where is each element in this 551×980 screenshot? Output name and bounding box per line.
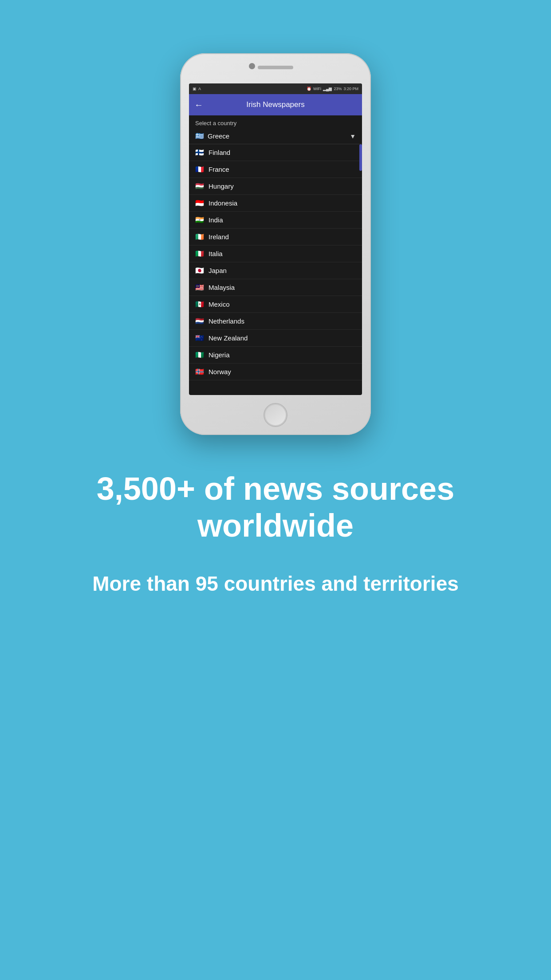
country-name: Japan	[209, 267, 227, 274]
list-item[interactable]: 🇮🇩Indonesia	[189, 195, 362, 212]
list-item[interactable]: 🇳🇴Norway	[189, 364, 362, 380]
country-flag: 🇳🇿	[195, 334, 204, 342]
country-name: India	[209, 216, 223, 224]
bottom-section: 3,500+ of news sources worldwide More th…	[0, 470, 551, 597]
list-item[interactable]: 🇮🇹Italia	[189, 245, 362, 262]
status-icon-1: ▣	[193, 87, 197, 91]
country-flag: 🇳🇱	[195, 317, 204, 325]
status-left-icons: ▣ A	[193, 87, 201, 91]
status-bar: ▣ A ⏰ WiFi ▂▄▆ 23% 3:20 PM	[189, 83, 362, 94]
country-flag: 🇯🇵	[195, 266, 204, 275]
country-flag: 🇮🇪	[195, 233, 204, 241]
country-flag: 🇳🇬	[195, 351, 204, 359]
country-name: Indonesia	[209, 199, 237, 207]
list-item[interactable]: 🇫🇷France	[189, 161, 362, 178]
country-list-area: 🇫🇮Finland🇫🇷France🇭🇺Hungary🇮🇩Indonesia🇮🇳I…	[189, 144, 362, 395]
list-item[interactable]: 🇯🇵Japan	[189, 262, 362, 279]
home-button[interactable]	[264, 403, 287, 427]
country-flag: 🇲🇾	[195, 283, 204, 292]
country-name: Hungary	[209, 182, 234, 190]
phone-shell: ▣ A ⏰ WiFi ▂▄▆ 23% 3:20 PM ← Irish Newsp…	[180, 53, 371, 435]
list-item[interactable]: 🇫🇮Finland	[189, 144, 362, 161]
country-list: 🇫🇮Finland🇫🇷France🇭🇺Hungary🇮🇩Indonesia🇮🇳I…	[189, 144, 362, 380]
country-flag: 🇮🇩	[195, 199, 204, 207]
country-flag: 🇮🇳	[195, 216, 204, 224]
list-item[interactable]: 🇲🇾Malaysia	[189, 279, 362, 296]
country-flag: 🇫🇷	[195, 165, 204, 174]
country-flag: 🇳🇴	[195, 368, 204, 376]
alarm-icon: ⏰	[307, 87, 311, 91]
country-name: Mexico	[209, 300, 230, 308]
country-flag: 🇲🇽	[195, 300, 204, 308]
dropdown-flag: 🇬🇷	[195, 132, 204, 140]
country-name: Malaysia	[209, 284, 235, 291]
main-headline: 3,500+ of news sources worldwide	[27, 470, 524, 544]
content-area: Select a country 🇬🇷 Greece ▼ 🇫🇮Finland🇫🇷…	[189, 115, 362, 395]
battery-percentage: 23%	[334, 87, 342, 91]
phone-screen: ▣ A ⏰ WiFi ▂▄▆ 23% 3:20 PM ← Irish Newsp…	[189, 83, 362, 395]
select-label: Select a country	[189, 115, 362, 128]
list-item[interactable]: 🇮🇳India	[189, 212, 362, 229]
country-flag: 🇫🇮	[195, 148, 204, 157]
list-item[interactable]: 🇳🇿New Zealand	[189, 330, 362, 347]
list-item[interactable]: 🇳🇱Netherlands	[189, 313, 362, 330]
phone-camera	[249, 63, 255, 69]
country-name: France	[209, 166, 229, 173]
phone-mockup: ▣ A ⏰ WiFi ▂▄▆ 23% 3:20 PM ← Irish Newsp…	[180, 53, 371, 435]
country-dropdown[interactable]: 🇬🇷 Greece ▼	[189, 128, 362, 144]
list-item[interactable]: 🇭🇺Hungary	[189, 178, 362, 195]
wifi-icon: WiFi	[313, 87, 321, 91]
list-item[interactable]: 🇳🇬Nigeria	[189, 347, 362, 364]
country-name: Ireland	[209, 233, 229, 241]
country-name: Finland	[209, 149, 230, 156]
status-right: ⏰ WiFi ▂▄▆ 23% 3:20 PM	[307, 87, 358, 91]
signal-bars: ▂▄▆	[323, 87, 332, 91]
list-item[interactable]: 🇲🇽Mexico	[189, 296, 362, 313]
country-name: Norway	[209, 368, 231, 375]
phone-speaker	[258, 66, 293, 69]
country-flag: 🇭🇺	[195, 182, 204, 190]
dropdown-arrow-icon: ▼	[350, 133, 356, 140]
country-flag: 🇮🇹	[195, 249, 204, 258]
country-name: New Zealand	[209, 334, 248, 342]
app-bar-title: Irish Newspapers	[210, 100, 341, 109]
scrollbar-thumb[interactable]	[359, 144, 362, 171]
sub-headline: More than 95 countries and territories	[27, 571, 524, 597]
time-display: 3:20 PM	[343, 87, 358, 91]
country-name: Nigeria	[209, 351, 230, 359]
status-icon-2: A	[198, 87, 201, 91]
back-button[interactable]: ←	[194, 100, 203, 110]
country-name: Netherlands	[209, 317, 244, 325]
dropdown-selected: Greece	[208, 132, 350, 140]
country-name: Italia	[209, 250, 223, 257]
list-item[interactable]: 🇮🇪Ireland	[189, 229, 362, 245]
app-bar: ← Irish Newspapers	[189, 94, 362, 115]
